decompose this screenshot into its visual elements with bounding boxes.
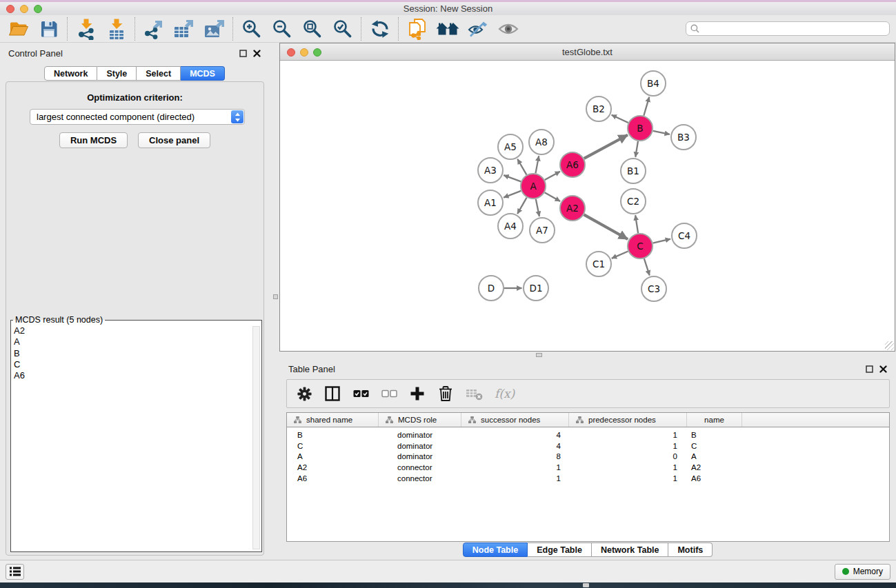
minimize-window-button[interactable]	[20, 5, 28, 13]
tab-network[interactable]: Network	[44, 66, 97, 81]
table-row[interactable]: Cdominator41C	[287, 440, 889, 452]
save-session-button[interactable]	[36, 17, 61, 41]
edge-A-A1[interactable]	[504, 191, 521, 198]
column-header-MCDS-role[interactable]: MCDS role	[379, 413, 461, 427]
bottom-split-handle[interactable]	[583, 583, 589, 587]
edge-C-C3[interactable]	[644, 258, 650, 275]
run-mcds-button[interactable]: Run MCDS	[59, 132, 128, 148]
vertical-split-handle[interactable]	[273, 294, 278, 299]
hide-graphics-details-button[interactable]	[465, 17, 490, 41]
table-row[interactable]: Adominator80A	[287, 452, 889, 463]
column-header-successor-nodes[interactable]: successor nodes	[461, 413, 569, 427]
delete-table-button[interactable]	[466, 384, 483, 403]
tab-mcds[interactable]: MCDS	[181, 66, 225, 81]
tab-node-table[interactable]: Node Table	[463, 543, 528, 557]
table-row[interactable]: Bdominator41B	[287, 429, 889, 440]
edge-B-B1[interactable]	[635, 141, 638, 157]
close-panel-icon[interactable]	[253, 50, 261, 57]
minimize-network-window-button[interactable]	[300, 48, 308, 57]
table-row[interactable]: A2connector11A2	[287, 462, 889, 473]
close-network-window-button[interactable]	[287, 48, 295, 57]
zoom-network-window-button[interactable]	[313, 48, 321, 57]
deselect-all-button[interactable]	[381, 384, 397, 403]
result-item[interactable]: C	[14, 359, 250, 370]
network-from-document-button[interactable]	[404, 17, 430, 41]
function-builder-button[interactable]: f(x)	[495, 384, 515, 403]
dropdown-value: largest connected component (directed)	[37, 112, 195, 122]
zoom-window-button[interactable]	[34, 5, 42, 13]
import-table-button[interactable]	[103, 17, 129, 41]
edge-A6-B[interactable]	[584, 135, 628, 159]
open-session-button[interactable]	[6, 17, 31, 41]
column-header-name[interactable]: name	[687, 413, 742, 427]
edge-C-C4[interactable]	[653, 239, 670, 243]
result-scrollbar[interactable]	[252, 326, 260, 549]
horizontal-split-handle[interactable]	[536, 353, 542, 357]
edge-A-A7[interactable]	[536, 199, 539, 216]
export-network-button[interactable]	[141, 17, 166, 41]
zoom-in-button[interactable]	[239, 17, 264, 41]
edge-A-A6[interactable]	[545, 172, 560, 180]
result-item[interactable]: A6	[14, 370, 250, 381]
close-window-button[interactable]	[6, 5, 14, 13]
edge-B-B3[interactable]	[653, 131, 670, 134]
search-field[interactable]	[686, 21, 890, 36]
result-item[interactable]: A	[14, 336, 250, 347]
zoom-group	[233, 17, 361, 41]
mcds-panel: Optimization criterion: largest connecte…	[6, 81, 264, 556]
zoom-fit-button[interactable]	[299, 17, 325, 41]
main-titlebar: Session: New Session	[0, 2, 896, 15]
refresh-button[interactable]	[367, 17, 392, 41]
node-label-C: C	[637, 241, 643, 252]
result-item[interactable]: B	[14, 348, 250, 359]
show-graphics-details-button[interactable]	[495, 17, 521, 41]
tab-edge-table[interactable]: Edge Table	[528, 543, 592, 557]
desktop-background-strip	[0, 582, 896, 588]
node-label-C3: C3	[648, 283, 660, 294]
table-body: Bdominator41BCdominator41CAdominator80AA…	[287, 427, 889, 484]
edge-B-B2[interactable]	[612, 115, 628, 123]
edge-A-A5[interactable]	[517, 159, 526, 175]
table-row[interactable]: A6connector11A6	[287, 473, 889, 484]
table-settings-button[interactable]	[296, 384, 312, 403]
float-panel-icon[interactable]	[239, 50, 247, 57]
column-header-shared-name[interactable]: shared name	[287, 413, 379, 427]
optimization-criterion-label: Optimization criterion:	[6, 92, 263, 103]
network-canvas[interactable]: B4B2BB3B1A5A8A6A3AA1C2A4A7A2C4CC1C3DD1	[280, 61, 895, 351]
column-header-predecessor-nodes[interactable]: predecessor nodes	[569, 413, 687, 427]
edge-B-B4[interactable]	[644, 97, 649, 116]
tab-style[interactable]: Style	[97, 66, 137, 81]
edge-A-A3[interactable]	[504, 175, 521, 181]
memory-label: Memory	[853, 567, 883, 576]
import-network-button[interactable]	[73, 17, 99, 41]
zoom-selected-button[interactable]	[330, 17, 355, 41]
search-input[interactable]	[702, 24, 885, 34]
tab-network-table[interactable]: Network Table	[592, 543, 669, 557]
home-view-button[interactable]	[435, 17, 460, 41]
edge-C-C2[interactable]	[635, 215, 638, 233]
export-image-button[interactable]	[201, 17, 227, 41]
unchecked-checkboxes-icon	[381, 389, 397, 398]
tab-select[interactable]: Select	[137, 66, 181, 81]
column-layout-button[interactable]	[324, 384, 341, 403]
tab-motifs[interactable]: Motifs	[668, 543, 713, 557]
float-panel-icon[interactable]	[866, 365, 873, 373]
memory-button[interactable]: Memory	[835, 564, 890, 580]
edge-C-C1[interactable]	[612, 252, 628, 258]
close-panel-button[interactable]: Close panel	[138, 132, 210, 148]
add-column-button[interactable]	[409, 384, 426, 403]
resize-grip[interactable]	[885, 341, 894, 350]
select-all-button[interactable]	[352, 384, 369, 403]
edge-A-A2[interactable]	[545, 192, 561, 201]
delete-column-button[interactable]	[437, 384, 454, 403]
edge-A-A4[interactable]	[517, 198, 526, 214]
close-panel-icon[interactable]	[879, 365, 887, 373]
edge-A-A8[interactable]	[536, 156, 539, 173]
zoom-in-icon	[241, 19, 261, 39]
edge-A2-C[interactable]	[584, 214, 628, 239]
optimization-criterion-dropdown[interactable]: largest connected component (directed)	[30, 109, 245, 125]
result-item[interactable]: A2	[14, 325, 250, 336]
zoom-out-button[interactable]	[269, 17, 295, 41]
export-table-button[interactable]	[171, 17, 197, 41]
task-history-button[interactable]	[6, 564, 24, 580]
